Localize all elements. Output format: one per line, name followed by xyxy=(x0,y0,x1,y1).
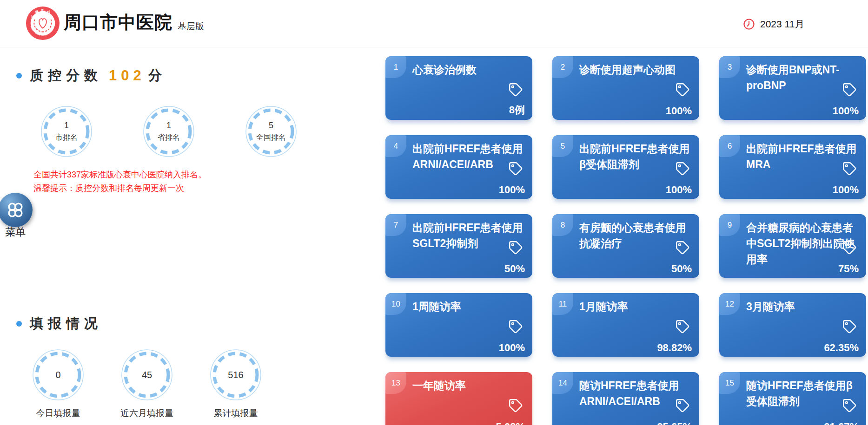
metric-index-badge: 1 xyxy=(385,56,406,78)
quality-score-unit: 分 xyxy=(148,66,162,85)
metric-title: 3月随访率 xyxy=(746,299,861,314)
metric-index-badge: 11 xyxy=(552,293,573,315)
metric-card[interactable]: 4 出院前HFREF患者使用ARNI/ACEI/ARB 100% xyxy=(385,135,532,199)
bullet-dot-icon xyxy=(16,73,22,78)
metric-title: 心衰诊治例数 xyxy=(412,62,528,78)
report-stat-label: 近六月填报量 xyxy=(120,407,173,419)
metric-card[interactable]: 12 3月随访率 62.35% xyxy=(719,293,866,357)
metric-card[interactable]: 8 有房颤的心衰患者使用抗凝治疗 50% xyxy=(552,214,699,278)
menu-button[interactable] xyxy=(0,193,33,227)
metric-index-badge: 7 xyxy=(385,214,406,236)
tag-icon xyxy=(508,240,523,255)
ranking-value: 1 xyxy=(166,121,171,131)
metric-card-grid: 1 心衰诊治例数 8例 2 诊断使用超声心动图 10 xyxy=(385,56,866,425)
report-stat-value: 45 xyxy=(142,370,152,380)
metric-value: 95.65% xyxy=(657,421,692,425)
metric-index: 14 xyxy=(558,379,567,388)
metric-title: 一年随访率 xyxy=(412,378,528,393)
metric-card[interactable]: 3 诊断使用BNP或NT-proBNP 100% xyxy=(719,56,866,120)
metric-index-badge: 13 xyxy=(385,372,406,394)
metric-value: 75% xyxy=(838,263,859,275)
report-period-text: 2023 11月 xyxy=(760,18,804,31)
tag-icon xyxy=(675,319,690,334)
tag-icon xyxy=(675,240,690,255)
metric-index-badge: 10 xyxy=(385,293,406,315)
metric-value: 91.67% xyxy=(824,421,859,425)
report-stat: 45 近六月填报量 xyxy=(120,349,173,419)
metric-value: 100% xyxy=(499,184,525,196)
tag-icon xyxy=(841,161,857,177)
metric-index-badge: 5 xyxy=(552,135,573,157)
ranking-value: 5 xyxy=(269,121,273,131)
metric-card[interactable]: 1 心衰诊治例数 8例 xyxy=(385,56,532,120)
metric-index-badge: 3 xyxy=(719,56,740,78)
metric-index-badge: 8 xyxy=(552,214,573,236)
update-tip-note: 温馨提示：质控分数和排名每周更新一次 xyxy=(33,183,184,194)
metric-card[interactable]: 15 随访HFREF患者使用β受体阻滞剂 91.67% xyxy=(719,372,866,425)
metric-index: 4 xyxy=(394,142,398,151)
metric-value: 50% xyxy=(671,263,692,275)
report-period[interactable]: 2023 11月 xyxy=(743,18,804,31)
clock-icon xyxy=(743,18,755,30)
report-stat-value: 0 xyxy=(55,370,60,380)
metric-index-badge: 12 xyxy=(719,293,740,315)
metric-index-badge: 2 xyxy=(552,56,573,78)
report-stat: 516 累计填报量 xyxy=(210,349,262,419)
metric-value: 100% xyxy=(499,342,525,354)
report-stat: 0 今日填报量 xyxy=(32,349,84,419)
hospital-logo: 心衰中心 Heart Failure Center xyxy=(26,6,60,40)
metric-index-badge: 14 xyxy=(552,372,573,394)
metric-index-badge: 9 xyxy=(719,214,740,236)
metric-value: 62.35% xyxy=(824,342,859,354)
tag-icon xyxy=(508,319,523,334)
tag-icon xyxy=(841,240,857,255)
metric-index: 1 xyxy=(394,63,398,72)
metric-card[interactable]: 2 诊断使用超声心动图 100% xyxy=(552,56,699,120)
metric-index: 15 xyxy=(725,379,734,388)
metric-card[interactable]: 10 1周随访率 100% xyxy=(385,293,532,357)
metric-index-badge: 4 xyxy=(385,135,406,157)
edition-label: 基层版 xyxy=(178,20,204,33)
metric-index: 9 xyxy=(728,221,732,230)
tag-icon xyxy=(841,319,857,334)
report-stat-label: 今日填报量 xyxy=(36,407,80,419)
metric-title: 1月随访率 xyxy=(579,299,695,314)
metric-index-badge: 6 xyxy=(719,135,740,157)
report-section-title: 填报情况 xyxy=(30,314,102,333)
metric-index-badge: 15 xyxy=(719,372,740,394)
tag-icon xyxy=(675,82,690,98)
metric-title: 诊断使用超声心动图 xyxy=(579,62,695,78)
metric-card[interactable]: 9 合并糖尿病的心衰患者中SGLT2抑制剂出院使用率 75% xyxy=(719,214,866,278)
metric-index: 3 xyxy=(728,63,732,72)
ranking-circle: 5 全国排名 xyxy=(245,105,297,157)
metric-card[interactable]: 11 1月随访率 98.82% xyxy=(552,293,699,357)
metric-index: 11 xyxy=(559,300,567,309)
tag-icon xyxy=(508,82,523,98)
report-stat-value: 516 xyxy=(228,370,243,380)
metric-card[interactable]: 6 出院前HFREF患者使用MRA 100% xyxy=(719,135,866,199)
hospital-name: 周口市中医院 xyxy=(64,11,172,34)
ranking-circle: 1 市排名 xyxy=(40,105,93,157)
metric-card[interactable]: 13 一年随访率 5.08% xyxy=(385,372,532,425)
tag-icon xyxy=(841,82,857,98)
metric-index: 6 xyxy=(728,142,732,151)
quality-score-value: 102 xyxy=(109,67,146,84)
metric-card[interactable]: 5 出院前HFREF患者使用β受体阻滞剂 100% xyxy=(552,135,699,199)
ranking-circles: 1 市排名 1 省排名 5 全国排名 xyxy=(40,105,297,157)
tag-icon xyxy=(841,398,857,413)
metric-index: 8 xyxy=(561,221,565,230)
metric-index: 13 xyxy=(391,379,400,388)
header-bar: 心衰中心 Heart Failure Center 周口市中医院 基层版 202… xyxy=(0,0,868,47)
metric-card[interactable]: 7 出院前HFREF患者使用SGLT2抑制剂 50% xyxy=(385,214,532,278)
metric-card[interactable]: 14 随访HFREF患者使用ARNI/ACEI/ARB 95.65% xyxy=(552,372,699,425)
metric-value: 100% xyxy=(833,184,859,196)
metric-index: 2 xyxy=(561,63,565,72)
metric-value: 100% xyxy=(666,184,692,196)
report-section-heading: 填报情况 xyxy=(16,314,102,333)
tag-icon xyxy=(675,161,690,177)
ranking-label: 市排名 xyxy=(55,133,78,143)
metric-index: 10 xyxy=(391,300,400,309)
menu-label[interactable]: 菜单 xyxy=(5,225,26,239)
metric-index: 7 xyxy=(394,221,398,230)
metric-value: 8例 xyxy=(509,103,525,117)
